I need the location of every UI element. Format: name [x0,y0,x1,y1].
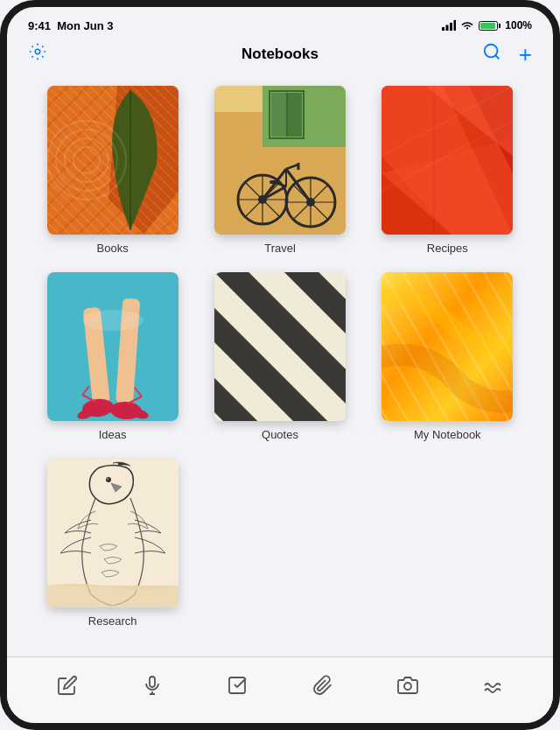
notebook-cover-recipes [382,86,513,235]
toolbar-check-button[interactable] [227,675,248,696]
svg-rect-81 [150,677,155,687]
toolbar-scribble-button[interactable] [482,675,503,696]
svg-rect-23 [286,93,288,137]
notebook-label-research: Research [88,614,137,628]
toolbar-mic-button[interactable] [142,675,163,696]
signal-icon [442,20,456,31]
notebook-item-recipes[interactable]: Recipes [377,86,518,255]
svg-rect-1 [446,25,449,32]
status-bar: 9:41 Mon Jun 3 100% [7,7,553,39]
page-title: Notebooks [242,46,318,63]
svg-rect-12 [47,86,178,235]
svg-point-5 [485,45,498,58]
status-indicators: 100% [442,19,532,32]
notebook-label-quotes: Quotes [262,428,298,441]
header-left-controls [28,42,47,67]
svg-point-79 [106,477,111,482]
notebook-label-travel: Travel [264,242,296,255]
add-notebook-button[interactable]: + [519,43,532,66]
notebook-label-books: Books [97,242,129,255]
notebook-cover-travel [214,86,346,235]
battery-icon [479,21,500,31]
search-button[interactable] [482,42,501,67]
svg-rect-2 [450,23,452,31]
svg-rect-22 [271,93,286,137]
svg-point-85 [404,683,411,690]
svg-rect-73 [214,272,346,421]
notebook-label-recipes: Recipes [427,242,468,255]
notebook-cover-books [47,86,178,235]
toolbar-edit-button[interactable] [57,675,78,696]
bottom-toolbar [7,656,553,723]
settings-button[interactable] [28,42,47,67]
notebook-item-books[interactable]: Books [42,86,183,255]
svg-point-80 [107,478,108,480]
notebooks-grid: Books [7,77,553,645]
notebook-item-quotes[interactable]: Quotes [209,272,350,441]
notebook-item-research[interactable]: Research [42,459,183,628]
svg-point-67 [82,310,144,331]
battery-percent: 100% [505,19,532,32]
notebook-item-ideas[interactable]: Ideas [42,272,183,441]
svg-rect-78 [47,586,178,607]
notebook-cover-mynotebook [382,272,513,421]
svg-rect-84 [229,677,245,693]
status-time-date: 9:41 Mon Jun 3 [28,19,114,32]
svg-point-4 [35,49,40,54]
header-right-controls: + [482,42,532,67]
notebook-label-mynotebook: My Notebook [414,428,481,441]
notebook-cover-quotes [214,272,346,421]
notebook-label-ideas: Ideas [99,428,127,441]
svg-rect-3 [454,20,457,31]
svg-line-6 [495,55,499,59]
notebook-cover-ideas [47,272,178,421]
svg-rect-56 [47,272,178,421]
toolbar-camera-button[interactable] [397,675,418,696]
page-header: Notebooks + [7,39,553,77]
svg-rect-0 [442,27,444,31]
notebook-item-travel[interactable]: Travel [209,86,350,255]
toolbar-attach-button[interactable] [312,675,333,696]
notebook-cover-research [47,459,178,607]
notebook-item-mynotebook[interactable]: My Notebook [377,272,518,441]
wifi-icon [460,20,474,31]
svg-rect-44 [270,180,280,184]
